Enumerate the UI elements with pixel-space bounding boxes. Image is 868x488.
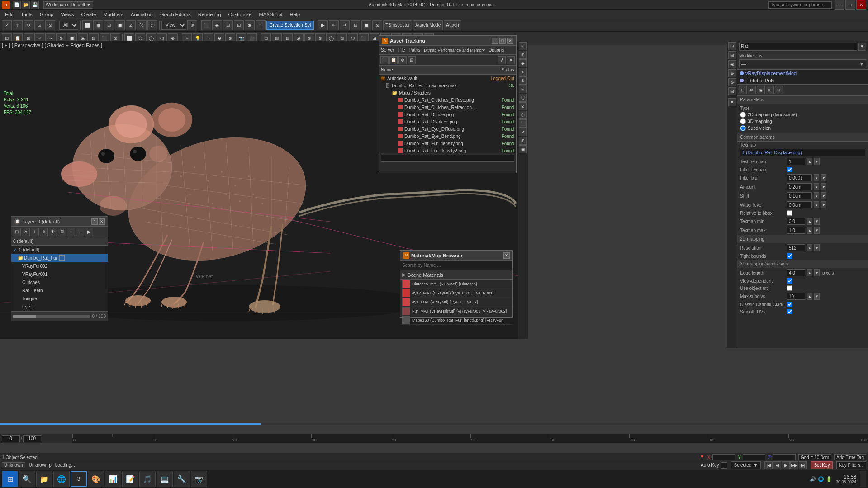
left-icon-6[interactable]: ⊟ (519, 85, 527, 93)
asset-maximize-btn[interactable]: □ (499, 38, 506, 44)
rotate-tool[interactable]: ↻ (24, 20, 33, 30)
attach-mode-btn[interactable]: Attach Mode (413, 20, 443, 30)
menu-graph-editors[interactable]: Graph Editors (157, 11, 194, 18)
mod-icon-5[interactable]: ⊠ (775, 86, 783, 94)
menu-rendering[interactable]: Rendering (195, 11, 224, 18)
menu-maxscript[interactable]: MAXScript (256, 11, 286, 18)
mat-item-eye[interactable]: eye_MAT (VRayMtl) [Eye_L, Eye_R] (400, 298, 512, 307)
asset-row-img7[interactable]: Dumbo_Rat_Fur_density.png Found (379, 140, 516, 147)
timeline-start-frame[interactable]: 0 (2, 435, 20, 442)
texture-chan-spinner-down[interactable]: ▼ (814, 158, 820, 165)
taskbar-file-explorer[interactable]: 📁 (36, 471, 52, 487)
texture-chan-input[interactable] (787, 158, 805, 165)
filter-blur-spinner-up[interactable]: ▲ (814, 174, 819, 181)
modifier-item-editable-poly[interactable]: Editable Poly (737, 77, 868, 84)
right-icon-4[interactable]: ⊕ (728, 69, 736, 77)
right-panel-search-input[interactable] (739, 43, 857, 51)
snap-toggle[interactable]: 🔲 (115, 20, 125, 30)
mirror-tool[interactable]: ⊠ (45, 20, 55, 30)
layer-scrollbar[interactable] (13, 315, 90, 318)
asset-menu-options[interactable]: Options (489, 47, 504, 52)
view-dependent-check[interactable] (787, 278, 792, 284)
tray-icon-2[interactable]: 🌐 (818, 476, 824, 482)
mat-close-btn[interactable]: ✕ (503, 252, 510, 259)
tb-btn1[interactable]: ⬛ (201, 20, 211, 30)
tb-char5[interactable]: ⊠ (372, 20, 382, 30)
asset-row-img3[interactable]: Dumbo_Rat_Diffuse.png Found (379, 111, 516, 118)
tb-btn3[interactable]: ⊞ (223, 20, 233, 30)
water-level-spinner-down[interactable]: ▼ (821, 201, 826, 208)
shift-spinner-up[interactable]: ▲ (814, 192, 819, 199)
asset-tb4[interactable]: ⊞ (408, 56, 416, 64)
menu-animation[interactable]: Animation (128, 11, 156, 18)
filter-texmap-check[interactable] (787, 167, 792, 172)
layer-item-vrayfur001[interactable]: VRayFur001 (11, 270, 108, 278)
left-icon-5[interactable]: ⊗ (519, 76, 527, 85)
max-subdivs-input[interactable] (787, 293, 805, 300)
mat-item-map160[interactable]: Map#160 (Dumbo_Rat_Fur_length.png) [VRay… (400, 316, 512, 325)
left-icon-1[interactable]: ⊡ (519, 42, 527, 50)
tray-icon-3[interactable]: 🔋 (826, 476, 832, 482)
texture-chan-spinner-up[interactable]: ▲ (807, 158, 812, 165)
asset-table-body[interactable]: 🏛 Autodesk Vault Logged Out 🗄 Dumbo_Rat_… (379, 75, 516, 153)
layer-close-btn[interactable]: ✕ (99, 218, 105, 225)
close-btn[interactable]: ✕ (856, 0, 866, 10)
asset-path-input[interactable] (381, 155, 514, 162)
taskbar-app1[interactable]: 3 (71, 471, 87, 487)
left-icon-13[interactable]: ▣ (519, 145, 527, 153)
layer-expand[interactable]: ↕ (67, 228, 75, 236)
asset-tb-close[interactable]: ✕ (507, 56, 515, 64)
taskbar-app2[interactable]: 📊 (105, 471, 121, 487)
timeline-track[interactable]: 0 10 20 30 40 50 60 70 80 90 100 (72, 434, 868, 443)
resolution-spinner-up[interactable]: ▲ (807, 244, 812, 251)
taskbar-search[interactable]: 🔍 (19, 471, 35, 487)
menu-edit[interactable]: Edit (2, 11, 17, 18)
layer-item-eye-l[interactable]: Eye_L (11, 303, 108, 311)
shift-input[interactable] (787, 192, 812, 199)
layer-help-btn[interactable]: ? (91, 218, 98, 225)
minimize-btn[interactable]: — (835, 0, 844, 10)
asset-row-vault[interactable]: 🏛 Autodesk Vault Logged Out (379, 75, 516, 82)
tb-btn4[interactable]: ⊡ (234, 20, 244, 30)
select-region[interactable]: ▣ (93, 20, 103, 30)
asset-menu-server[interactable]: Server (381, 47, 394, 52)
prev-key-btn[interactable]: ◀ (773, 461, 781, 469)
prev-frame-btn[interactable]: |◀ (764, 461, 773, 469)
tb-btn6[interactable]: ≡ (256, 20, 266, 30)
asset-row-img4[interactable]: Dumbo_Rat_Displace.png Found (379, 118, 516, 125)
attach-btn[interactable]: Attach (444, 20, 461, 30)
asset-close-btn[interactable]: ✕ (507, 38, 513, 44)
mat-item-fur[interactable]: Fur_MAT (VRayHairMtl) [VRayFur001, VRayF… (400, 307, 512, 316)
filter-blur-spinner-down[interactable]: ▼ (821, 174, 826, 181)
layer-freeze[interactable]: ❄ (40, 228, 48, 236)
amount-input[interactable] (787, 183, 812, 190)
resolution-spinner-down[interactable]: ▼ (814, 244, 820, 251)
left-icon-4[interactable]: ⊕ (519, 68, 527, 76)
layer-content[interactable]: ✓ 0 (default) 📁 Dumbo_Rat_Fur VRayFur002… (11, 246, 108, 311)
max-subdivs-spinner-down[interactable]: ▼ (814, 293, 820, 300)
menu-group[interactable]: Group (37, 11, 57, 18)
taskbar-chrome[interactable]: 🌐 (53, 471, 70, 487)
relative-bbox-check[interactable] (787, 210, 792, 216)
create-selection-btn[interactable]: Create Selection Sel (266, 21, 314, 30)
edge-length-spinner-down[interactable]: ▼ (814, 269, 820, 276)
mod-icon-2[interactable]: ⊕ (748, 86, 756, 94)
right-icon-3[interactable]: ◉ (728, 60, 736, 68)
taskbar-app5[interactable]: 💻 (157, 471, 173, 487)
select-filter[interactable]: ⬜ (82, 20, 92, 30)
texmap-max-input[interactable] (787, 227, 805, 234)
angle-snap[interactable]: ⊿ (126, 20, 136, 30)
key-filters-btn[interactable]: Key Filters... (836, 461, 866, 469)
classic-catmull-check[interactable] (787, 302, 792, 307)
left-icon-10[interactable]: ⬛ (519, 119, 527, 128)
resolution-input[interactable] (787, 244, 805, 251)
asset-row-img8[interactable]: Dumbo_Rat_Fur_density2.png Found (379, 147, 516, 153)
menu-modifiers[interactable]: Modifiers (100, 11, 127, 18)
menu-create[interactable]: Create (78, 11, 99, 18)
menu-views[interactable]: Views (57, 11, 77, 18)
set-key-btn[interactable]: Set Key (811, 461, 833, 469)
view-dropdown[interactable]: View (161, 21, 186, 30)
layer-item-dumbo[interactable]: 📁 Dumbo_Rat_Fur (11, 254, 108, 262)
asset-row-img6[interactable]: Dumbo_Rat_Eye_Bend.png Found (379, 133, 516, 140)
save-btn[interactable]: 💾 (31, 1, 39, 9)
